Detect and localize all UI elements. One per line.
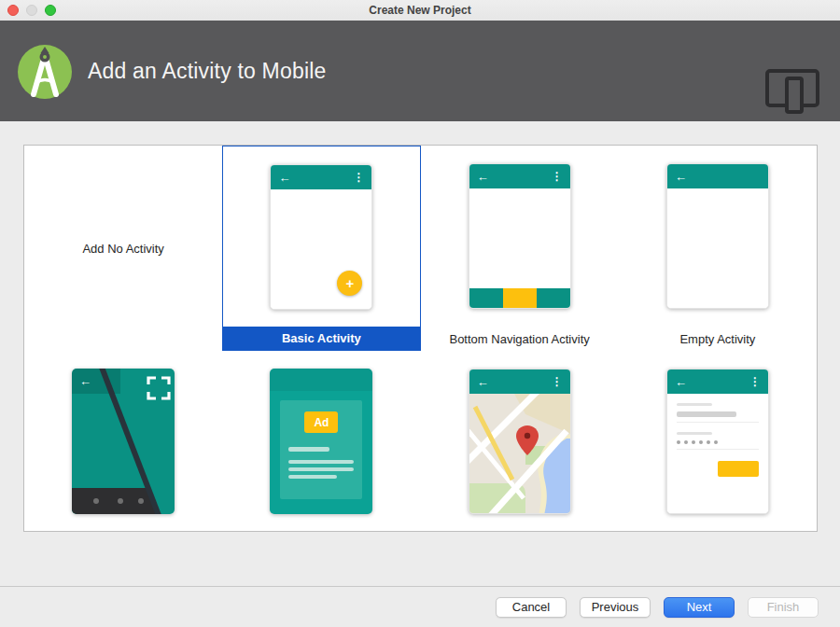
kebab-menu-icon: ⋮ — [749, 376, 761, 387]
back-arrow-icon: ← — [675, 376, 687, 388]
gallery-item-label: Basic Activity — [223, 327, 419, 350]
fullscreen-activity-thumbnail: ← — [72, 369, 175, 514]
kebab-menu-icon: ⋮ — [353, 172, 364, 183]
password-dots — [677, 440, 759, 444]
google-maps-activity-thumbnail: ← ⋮ — [469, 369, 571, 514]
cancel-button[interactable]: Cancel — [496, 597, 567, 618]
wizard-footer: Cancel Previous Next Finish — [0, 586, 840, 627]
gallery-item-label: Add No Activity — [82, 242, 163, 256]
gallery-item-label: Bottom Navigation Activity — [421, 327, 619, 351]
gallery-item-empty-activity[interactable]: ← Empty Activity — [619, 146, 817, 351]
next-button[interactable]: Next — [664, 597, 735, 618]
minimize-button — [26, 5, 37, 16]
back-arrow-icon: ← — [675, 171, 687, 183]
back-arrow-icon: ← — [79, 374, 91, 388]
gallery-item-add-no-activity[interactable]: Add No Activity — [24, 146, 222, 351]
gallery-item-fullscreen-activity[interactable]: ← — [24, 351, 222, 531]
page-title: Add an Activity to Mobile — [88, 59, 327, 84]
traffic-lights — [7, 5, 56, 16]
basic-activity-thumbnail: ← ⋮ + — [270, 164, 372, 310]
android-studio-logo-icon — [15, 41, 75, 101]
bottom-nav-bar — [469, 288, 570, 308]
ad-badge: Ad — [304, 411, 338, 433]
back-arrow-icon: ← — [278, 172, 290, 184]
gallery-item-google-maps-activity[interactable]: ← ⋮ — [421, 351, 619, 531]
finish-button[interactable]: Finish — [748, 597, 819, 618]
fab-plus-icon: + — [337, 271, 362, 296]
kebab-menu-icon: ⋮ — [552, 376, 563, 387]
kebab-menu-icon: ⋮ — [552, 171, 563, 182]
ad-content-panel: Ad — [280, 400, 362, 499]
gallery-item-bottom-navigation-activity[interactable]: ← ⋮ Bottom Navigation Activity — [421, 146, 619, 351]
titlebar: Create New Project — [0, 0, 840, 21]
gallery-item-google-admob-ads-activity[interactable]: Ad — [222, 351, 420, 531]
zoom-button[interactable] — [45, 5, 56, 16]
back-arrow-icon: ← — [477, 171, 489, 183]
activity-template-gallery: Add No Activity ← ⋮ + Basic Activity — [23, 145, 818, 532]
gallery-item-label: Empty Activity — [619, 327, 817, 351]
mobile-tablet-icon — [765, 69, 821, 114]
window-title: Create New Project — [0, 4, 840, 17]
sign-in-button-graphic — [718, 461, 759, 477]
gallery-item-login-activity[interactable]: ← ⋮ — [619, 351, 817, 531]
previous-button[interactable]: Previous — [580, 597, 651, 618]
close-button[interactable] — [7, 5, 19, 16]
empty-activity-thumbnail: ← — [666, 163, 769, 309]
wizard-header: Add an Activity to Mobile — [0, 21, 840, 121]
admob-ads-activity-thumbnail: Ad — [270, 369, 372, 514]
gallery-item-basic-activity[interactable]: ← ⋮ + Basic Activity — [222, 146, 420, 351]
login-activity-thumbnail: ← ⋮ — [666, 369, 769, 514]
map-graphic — [469, 394, 571, 514]
create-new-project-dialog: Create New Project Add an Activity to Mo… — [0, 0, 840, 627]
bottom-navigation-activity-thumbnail: ← ⋮ — [469, 163, 571, 309]
back-arrow-icon: ← — [477, 376, 489, 388]
